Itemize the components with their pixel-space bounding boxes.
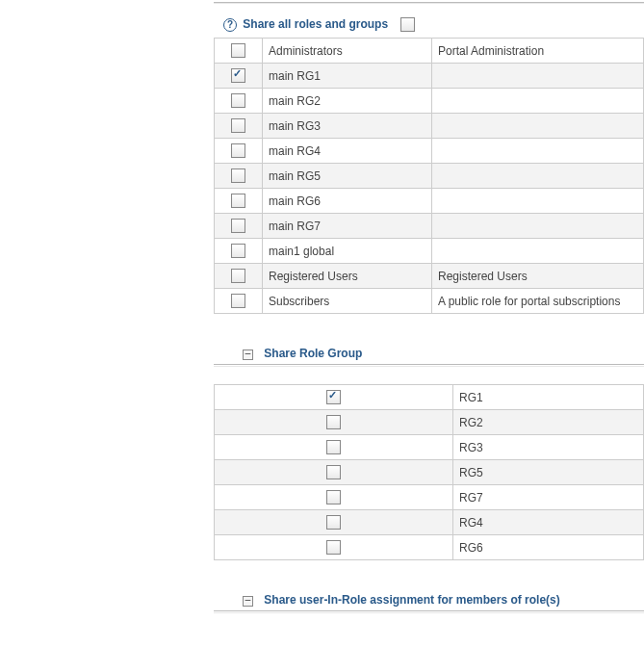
row-checkbox[interactable] xyxy=(231,219,245,233)
table-row: RG3 xyxy=(215,435,644,460)
role-group-name: RG2 xyxy=(453,410,644,435)
row-checkbox[interactable] xyxy=(231,294,245,308)
role-name: main RG3 xyxy=(263,114,432,139)
help-icon[interactable]: ? xyxy=(223,18,237,32)
role-group-name: RG3 xyxy=(453,435,644,460)
role-desc xyxy=(432,89,644,114)
row-checkbox[interactable] xyxy=(231,93,245,108)
roles-table: AdministratorsPortal Administrationmain … xyxy=(214,38,644,314)
role-desc xyxy=(432,164,644,189)
share-all-label: Share all roles and groups xyxy=(243,17,388,31)
collapse-icon[interactable]: − xyxy=(243,596,253,607)
main-content: ? Share all roles and groups Administrat… xyxy=(214,0,644,613)
table-row: RG6 xyxy=(215,535,644,560)
user-in-role-underline xyxy=(214,612,644,613)
role-desc xyxy=(432,214,644,239)
role-group-name: RG7 xyxy=(453,485,644,510)
table-row: main RG7 xyxy=(215,214,644,239)
row-checkbox[interactable] xyxy=(231,244,245,258)
table-row: RG4 xyxy=(215,510,644,535)
role-desc: A public role for portal subscriptions xyxy=(432,289,644,314)
role-group-name: RG4 xyxy=(453,510,644,535)
row-checkbox[interactable] xyxy=(231,43,245,58)
collapse-icon[interactable]: − xyxy=(243,349,253,360)
role-name: main RG7 xyxy=(263,214,432,239)
row-checkbox[interactable] xyxy=(326,515,341,530)
table-row: Registered UsersRegistered Users xyxy=(215,264,644,289)
table-row: RG5 xyxy=(215,460,644,485)
role-group-title: Share Role Group xyxy=(264,347,362,360)
role-name: main RG5 xyxy=(263,164,432,189)
row-checkbox[interactable] xyxy=(231,269,245,283)
role-desc xyxy=(432,139,644,164)
role-desc: Registered Users xyxy=(432,264,644,289)
row-checkbox[interactable] xyxy=(326,465,341,479)
share-all-header: ? Share all roles and groups xyxy=(214,13,644,38)
role-name: main RG1 xyxy=(263,64,432,89)
role-group-name: RG6 xyxy=(453,535,644,560)
row-checkbox[interactable] xyxy=(231,194,245,208)
role-desc xyxy=(432,239,644,264)
table-row: SubscribersA public role for portal subs… xyxy=(215,289,644,314)
table-row: RG7 xyxy=(215,485,644,510)
row-checkbox[interactable] xyxy=(326,415,341,429)
role-name: main RG6 xyxy=(263,189,432,214)
row-checkbox[interactable] xyxy=(326,440,341,454)
table-row: main RG6 xyxy=(215,189,644,214)
role-group-name: RG1 xyxy=(453,385,644,410)
row-checkbox[interactable] xyxy=(231,118,245,133)
table-row: main RG3 xyxy=(215,114,644,139)
table-row: main RG1 xyxy=(215,64,644,89)
user-in-role-title: Share user-In-Role assignment for member… xyxy=(264,593,559,607)
role-desc xyxy=(432,189,644,214)
table-row: main RG2 xyxy=(215,89,644,114)
share-role-group-header: − Share Role Group xyxy=(214,343,644,365)
table-row: RG1 xyxy=(215,385,644,410)
share-user-in-role-header: − Share user-In-Role assignment for memb… xyxy=(214,589,644,611)
role-group-underline xyxy=(214,366,644,367)
role-name: Administrators xyxy=(263,39,432,64)
table-row: RG2 xyxy=(215,410,644,435)
role-group-name: RG5 xyxy=(453,460,644,485)
role-name: Subscribers xyxy=(263,289,432,314)
role-name: main RG4 xyxy=(263,139,432,164)
row-checkbox[interactable] xyxy=(326,490,341,505)
row-checkbox[interactable] xyxy=(326,540,341,555)
row-checkbox[interactable] xyxy=(231,68,245,83)
row-checkbox[interactable] xyxy=(326,390,341,404)
top-separator xyxy=(214,2,644,4)
table-row: main RG5 xyxy=(215,164,644,189)
role-name: Registered Users xyxy=(263,264,432,289)
role-name: main RG2 xyxy=(263,89,432,114)
role-desc xyxy=(432,114,644,139)
role-name: main1 global xyxy=(263,239,432,264)
row-checkbox[interactable] xyxy=(231,168,245,183)
role-desc: Portal Administration xyxy=(432,39,644,64)
role-group-table: RG1RG2RG3RG5RG7RG4RG6 xyxy=(214,384,644,560)
role-desc xyxy=(432,64,644,89)
table-row: main RG4 xyxy=(215,139,644,164)
table-row: main1 global xyxy=(215,239,644,264)
table-row: AdministratorsPortal Administration xyxy=(215,39,644,64)
share-all-checkbox[interactable] xyxy=(400,17,415,32)
row-checkbox[interactable] xyxy=(231,143,245,158)
